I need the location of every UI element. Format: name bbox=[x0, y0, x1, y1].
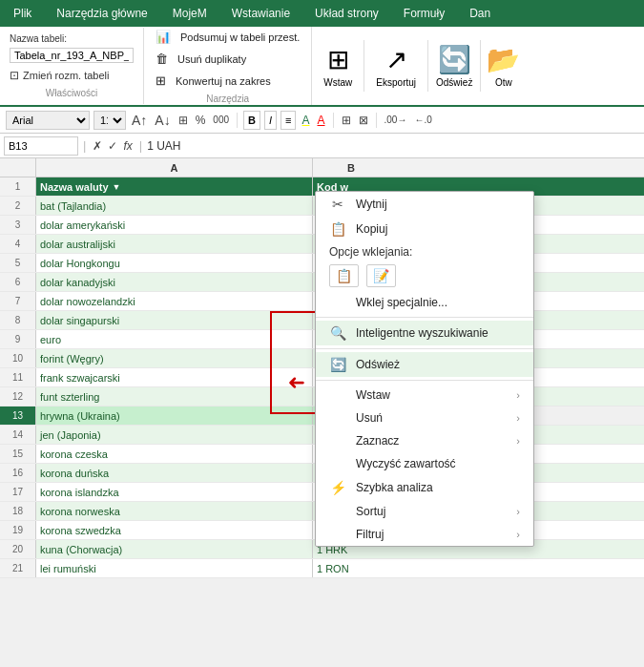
cell-currency-name[interactable]: dolar nowozelandzki bbox=[36, 292, 313, 310]
ctx-sep-2 bbox=[316, 348, 533, 349]
formula-cancel-icon[interactable]: ✗ bbox=[91, 139, 104, 153]
refresh-label: Odśwież bbox=[436, 77, 472, 88]
cell-currency-name[interactable]: kuna (Chorwacja) bbox=[36, 540, 313, 558]
font-shrink-icon[interactable]: A↓ bbox=[153, 113, 172, 128]
ctx-sep-1 bbox=[316, 317, 533, 318]
font-color-icon[interactable]: A bbox=[316, 114, 327, 127]
align-button[interactable]: ≡ bbox=[280, 111, 296, 130]
menu-uklad[interactable]: Układ strony bbox=[311, 5, 383, 22]
btn-summarize[interactable]: 📊 Podsumuj w tabeli przest. bbox=[152, 28, 303, 46]
italic-button[interactable]: I bbox=[264, 111, 277, 130]
highlight-icon[interactable]: A bbox=[300, 114, 311, 127]
font-size-select[interactable]: 11 bbox=[93, 111, 126, 130]
name-box[interactable] bbox=[4, 136, 78, 156]
menu-narzedzia[interactable]: Narzędzia główne bbox=[52, 5, 151, 22]
paste-btn-1[interactable]: 📋 bbox=[329, 264, 359, 287]
cell-currency-name[interactable]: korona szwedzka bbox=[36, 521, 313, 539]
table-name-input[interactable] bbox=[10, 48, 134, 63]
ctx-paste-special[interactable]: Wklej specjalnie... bbox=[316, 291, 533, 314]
toolbar-separator-2 bbox=[333, 113, 334, 128]
ctx-copy[interactable]: 📋 Kopiuj bbox=[316, 217, 533, 241]
ctx-delete[interactable]: Usuń › bbox=[316, 406, 533, 429]
row-number: 9 bbox=[0, 330, 36, 348]
convert-icon: ⊞ bbox=[156, 73, 166, 88]
btn-convert[interactable]: ⊞ Konwertuj na zakres bbox=[152, 72, 303, 90]
cell-currency-name[interactable]: dolar australijski bbox=[36, 235, 313, 253]
export-button[interactable]: ↗ Eksportuj bbox=[376, 44, 416, 88]
menu-formuly[interactable]: Formuły bbox=[400, 5, 448, 22]
ctx-insert[interactable]: Wstaw › bbox=[316, 384, 533, 406]
font-format-icon[interactable]: ⊞ bbox=[177, 114, 190, 127]
refresh-button[interactable]: 🔄 Odśwież bbox=[436, 44, 472, 88]
cell-currency-name[interactable]: korona duńska bbox=[36, 464, 313, 482]
cell-currency-name[interactable]: forint (Węgry) bbox=[36, 349, 313, 367]
cell-currency-name[interactable]: korona norweska bbox=[36, 502, 313, 520]
toolbar-separator-3 bbox=[376, 113, 377, 128]
row-number: 14 bbox=[0, 426, 36, 444]
column-a-header[interactable]: A bbox=[36, 158, 313, 177]
cell-currency-name[interactable]: frank szwajcarski bbox=[36, 368, 313, 386]
menu-mojem[interactable]: MojeM bbox=[169, 5, 211, 22]
ctx-refresh-icon: 🔄 bbox=[329, 357, 346, 372]
ribbon-properties-section: Nazwa tabeli: ⊡ Zmień rozm. tabeli Właśc… bbox=[0, 28, 144, 104]
btn-remove-dupes[interactable]: 🗑 Usuń duplikaty bbox=[152, 50, 303, 68]
row-number: 20 bbox=[0, 540, 36, 558]
column-b-header[interactable]: B bbox=[313, 158, 389, 177]
ctx-select[interactable]: Zaznacz › bbox=[316, 429, 533, 452]
smart-search-icon: 🔍 bbox=[329, 325, 346, 341]
cell-currency-name[interactable]: dolar singapurski bbox=[36, 311, 313, 329]
formula-confirm-icon[interactable]: ✓ bbox=[106, 139, 119, 153]
row-number: 3 bbox=[0, 216, 36, 234]
resize-icon: ⊡ bbox=[10, 69, 19, 82]
ctx-paste-options: 📋 📝 bbox=[316, 261, 533, 291]
bold-button[interactable]: B bbox=[243, 111, 260, 130]
cell-currency-name[interactable]: dolar Hongkongu bbox=[36, 254, 313, 272]
table-row[interactable]: 21lei rumuński1 RON bbox=[0, 559, 644, 578]
decimal-inc-icon[interactable]: .00→ bbox=[383, 115, 409, 125]
cell-currency-name[interactable]: Nazwa waluty ▼ bbox=[36, 177, 313, 196]
row-number: 6 bbox=[0, 273, 36, 291]
cell-currency-name[interactable]: jen (Japonia) bbox=[36, 426, 313, 444]
fx-icon[interactable]: fx bbox=[121, 139, 134, 153]
ctx-cut[interactable]: ✂ Wytnij bbox=[316, 192, 533, 217]
borders-icon[interactable]: ⊞ bbox=[340, 114, 353, 127]
insert-submenu-arrow: › bbox=[516, 389, 520, 401]
ctx-quick-analysis[interactable]: ⚡ Szybka analiza bbox=[316, 475, 533, 500]
ctx-sort[interactable]: Sortuj › bbox=[316, 500, 533, 523]
menu-plik[interactable]: Plik bbox=[10, 5, 35, 22]
font-name-select[interactable]: Arial bbox=[6, 111, 90, 130]
ctx-filter[interactable]: Filtruj › bbox=[316, 523, 533, 546]
cell-currency-name[interactable]: korona czeska bbox=[36, 445, 313, 463]
font-toolbar: Arial 11 A↑ A↓ ⊞ % 000 B I ≡ A A ⊞ ⊠ .00… bbox=[0, 107, 644, 134]
formula-content[interactable]: 1 UAH bbox=[147, 139, 640, 153]
btn-refresh-section: 🔄 Odśwież bbox=[428, 40, 481, 92]
cell-currency-name[interactable]: korona islandzka bbox=[36, 483, 313, 501]
merge-icon[interactable]: ⊠ bbox=[357, 114, 370, 127]
open-button[interactable]: 📂 Otw bbox=[487, 44, 520, 88]
table-name-label: Nazwa tabeli: bbox=[10, 33, 134, 44]
cell-currency-name[interactable]: lei rumuński bbox=[36, 559, 313, 577]
export-icon: ↗ bbox=[385, 44, 407, 75]
tools-group-label: Narzędzia bbox=[152, 94, 303, 104]
insert-button[interactable]: ⊞ Wstaw bbox=[323, 44, 352, 88]
ctx-refresh[interactable]: 🔄 Odśwież bbox=[316, 352, 533, 377]
cell-currency-code[interactable]: 1 RON bbox=[313, 559, 389, 577]
resize-table-button[interactable]: ⊡ Zmień rozm. tabeli bbox=[10, 67, 134, 84]
export-label: Eksportuj bbox=[376, 77, 416, 88]
cell-currency-name[interactable]: dolar kanadyjski bbox=[36, 273, 313, 291]
ctx-clear[interactable]: Wyczyść zawartość bbox=[316, 452, 533, 475]
ctx-smart-search[interactable]: 🔍 Inteligentne wyszukiwanie bbox=[316, 321, 533, 345]
cell-currency-name[interactable]: funt szterling bbox=[36, 387, 313, 406]
menu-dan[interactable]: Dan bbox=[466, 5, 494, 22]
paste-btn-2[interactable]: 📝 bbox=[366, 264, 396, 287]
decimal-dec-icon[interactable]: ←.0 bbox=[412, 115, 433, 125]
font-grow-icon[interactable]: A↑ bbox=[130, 113, 149, 128]
percent-icon[interactable]: % bbox=[194, 114, 208, 127]
cell-currency-name[interactable]: hrywna (Ukraina) bbox=[36, 406, 313, 425]
cell-currency-name[interactable]: bat (Tajlandia) bbox=[36, 197, 313, 215]
menu-wstawianie[interactable]: Wstawianie bbox=[228, 5, 294, 22]
cell-currency-name[interactable]: euro bbox=[36, 330, 313, 348]
cell-currency-name[interactable]: dolar amerykański bbox=[36, 216, 313, 234]
thousands-icon[interactable]: 000 bbox=[211, 115, 231, 125]
ribbon-menu-bar: Plik Narzędzia główne MojeM Wstawianie U… bbox=[0, 0, 644, 27]
